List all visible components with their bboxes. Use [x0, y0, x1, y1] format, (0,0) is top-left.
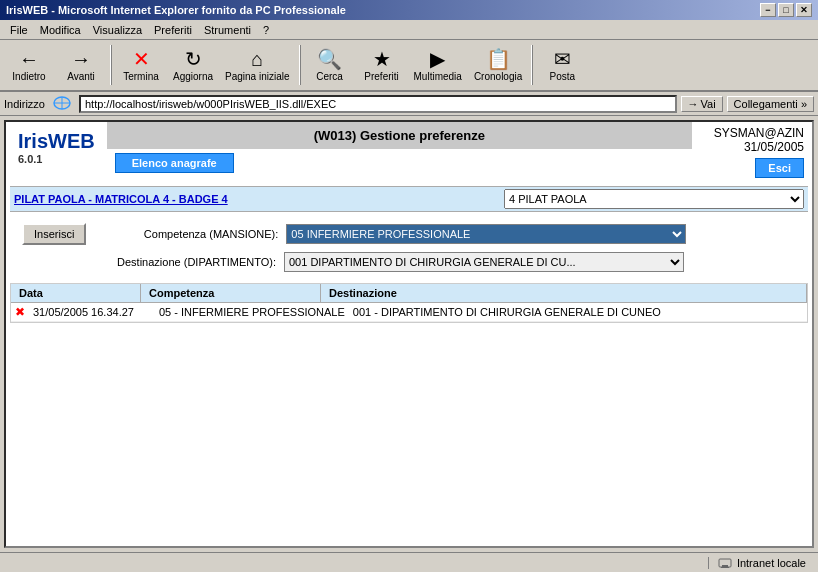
td-destinazione: 001 - DIPARTIMENTO DI CHIRURGIA GENERALE…	[349, 305, 803, 319]
header-right: SYSMAN@AZIN 31/05/2005 Esci	[692, 122, 812, 182]
table-header: Data Competenza Destinazione	[11, 284, 807, 303]
maximize-button[interactable]: □	[778, 3, 794, 17]
search-icon: 🔍	[317, 49, 342, 69]
home-icon: ⌂	[251, 49, 263, 69]
competenza-select[interactable]: 05 INFERMIERE PROFESSIONALE	[286, 224, 686, 244]
toolbar-sep-2	[299, 45, 301, 85]
favorites-label: Preferiti	[364, 71, 398, 82]
globe-icon	[53, 96, 71, 110]
patient-row: PILAT PAOLA - MATRICOLA 4 - BADGE 4 4 PI…	[10, 186, 808, 212]
go-button[interactable]: → Vai	[681, 96, 723, 112]
status-zone-label: Intranet locale	[737, 557, 806, 569]
search-button[interactable]: 🔍 Cerca	[305, 42, 355, 88]
refresh-icon: ↻	[185, 49, 202, 69]
refresh-label: Aggiorna	[173, 71, 213, 82]
history-icon: 📋	[486, 49, 511, 69]
title-bar: IrisWEB - Microsoft Internet Explorer fo…	[0, 0, 818, 20]
form-section: Inserisci Competenza (MANSIONE): 05 INFE…	[6, 212, 812, 279]
go-icon: →	[688, 98, 699, 110]
address-label: Indirizzo	[4, 98, 45, 110]
esci-button[interactable]: Esci	[755, 158, 804, 178]
close-button[interactable]: ✕	[796, 3, 812, 17]
media-button[interactable]: ▶ Multimedia	[409, 42, 467, 88]
delete-icon[interactable]: ✖	[15, 305, 25, 319]
th-data: Data	[11, 284, 141, 302]
destinazione-row: Destinazione (DIPARTIMENTO): 001 DIPARTI…	[14, 252, 804, 272]
forward-label: Avanti	[67, 71, 95, 82]
mail-icon: ✉	[554, 49, 571, 69]
mail-button[interactable]: ✉ Posta	[537, 42, 587, 88]
user-info: SYSMAN@AZIN	[714, 126, 804, 140]
favorites-icon: ★	[373, 49, 391, 69]
header-center: (W013) Gestione preferenze Elenco anagra…	[107, 122, 692, 182]
th-competenza: Competenza	[141, 284, 321, 302]
minimize-button[interactable]: −	[760, 3, 776, 17]
forward-button[interactable]: → Avanti	[56, 42, 106, 88]
menu-preferiti[interactable]: Preferiti	[148, 22, 198, 38]
app-version: 6.0.1	[18, 153, 42, 165]
th-destinazione: Destinazione	[321, 284, 807, 302]
home-button[interactable]: ⌂ Pagina iniziale	[220, 42, 295, 88]
data-table: Data Competenza Destinazione ✖ 31/05/200…	[10, 283, 808, 323]
toolbar-sep-3	[531, 45, 533, 85]
back-button[interactable]: ← Indietro	[4, 42, 54, 88]
links-button[interactable]: Collegamenti »	[727, 96, 814, 112]
forward-icon: →	[71, 49, 91, 69]
history-button[interactable]: 📋 Cronologia	[469, 42, 527, 88]
favorites-button[interactable]: ★ Preferiti	[357, 42, 407, 88]
menu-strumenti[interactable]: Strumenti	[198, 22, 257, 38]
menu-modifica[interactable]: Modifica	[34, 22, 87, 38]
back-icon: ←	[19, 49, 39, 69]
app-logo: IrisWEB 6.0.1	[6, 122, 107, 182]
media-label: Multimedia	[414, 71, 462, 82]
patient-link[interactable]: PILAT PAOLA - MATRICOLA 4 - BADGE 4	[14, 193, 496, 205]
menu-visualizza[interactable]: Visualizza	[87, 22, 148, 38]
links-label: Collegamenti	[734, 98, 798, 110]
status-bar: Intranet locale	[0, 552, 818, 572]
inserisci-button[interactable]: Inserisci	[22, 223, 86, 245]
network-icon	[717, 557, 733, 569]
page-content: IrisWEB 6.0.1 (W013) Gestione preferenze…	[4, 120, 814, 548]
toolbar: ← Indietro → Avanti ✕ Termina ↻ Aggiorna…	[0, 40, 818, 92]
svg-rect-5	[721, 567, 729, 568]
address-bar: Indirizzo → Vai Collegamenti »	[0, 92, 818, 116]
stop-label: Termina	[123, 71, 159, 82]
stop-icon: ✕	[133, 49, 150, 69]
toolbar-sep-1	[110, 45, 112, 85]
search-label: Cerca	[316, 71, 343, 82]
page-title: (W013) Gestione preferenze	[107, 122, 692, 149]
app-name: IrisWEB	[18, 130, 95, 153]
table-row: ✖ 31/05/2005 16.34.27 05 - INFERMIERE PR…	[11, 303, 807, 322]
status-zone: Intranet locale	[708, 557, 814, 569]
history-label: Cronologia	[474, 71, 522, 82]
media-icon: ▶	[430, 49, 445, 69]
main-window: IrisWEB 6.0.1 (W013) Gestione preferenze…	[0, 116, 818, 552]
stop-button[interactable]: ✕ Termina	[116, 42, 166, 88]
competenza-label: Competenza (MANSIONE):	[86, 228, 286, 240]
destinazione-label: Destinazione (DIPARTIMENTO):	[84, 256, 284, 268]
svg-rect-4	[722, 565, 728, 567]
app-header: IrisWEB 6.0.1 (W013) Gestione preferenze…	[6, 122, 812, 182]
destinazione-select[interactable]: 001 DIPARTIMENTO DI CHIRURGIA GENERALE D…	[284, 252, 684, 272]
window-controls: − □ ✕	[760, 3, 812, 17]
back-label: Indietro	[12, 71, 45, 82]
competenza-row: Inserisci Competenza (MANSIONE): 05 INFE…	[14, 219, 804, 249]
mail-label: Posta	[549, 71, 575, 82]
title-text: IrisWEB - Microsoft Internet Explorer fo…	[6, 4, 346, 16]
header-nav-row: Elenco anagrafе	[107, 149, 692, 177]
chevron-down-icon: »	[801, 98, 807, 110]
menu-bar: File Modifica Visualizza Preferiti Strum…	[0, 20, 818, 40]
td-date: 31/05/2005 16.34.27	[29, 305, 155, 319]
date-info: 31/05/2005	[744, 140, 804, 154]
refresh-button[interactable]: ↻ Aggiorna	[168, 42, 218, 88]
patient-select[interactable]: 4 PILAT PAOLA	[504, 189, 804, 209]
go-label: Vai	[701, 98, 716, 110]
home-label: Pagina iniziale	[225, 71, 290, 82]
elenco-anagrafе-button[interactable]: Elenco anagrafе	[115, 153, 234, 173]
menu-help[interactable]: ?	[257, 22, 275, 38]
td-competenza: 05 - INFERMIERE PROFESSIONALE	[155, 305, 349, 319]
address-input[interactable]	[79, 95, 677, 113]
menu-file[interactable]: File	[4, 22, 34, 38]
